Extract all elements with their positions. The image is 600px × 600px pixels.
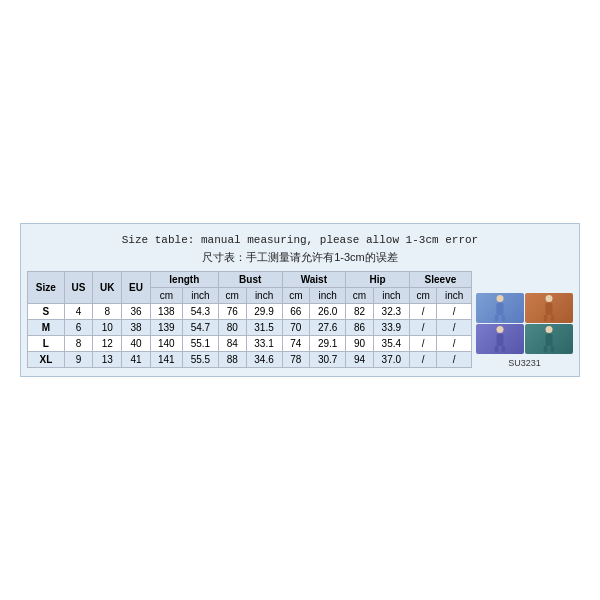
- svg-rect-6: [544, 315, 548, 321]
- table-cell: 41: [122, 352, 150, 368]
- table-cell: 90: [346, 336, 374, 352]
- table-cell: XL: [28, 352, 65, 368]
- svg-rect-2: [495, 315, 499, 321]
- title-english: Size table: manual measuring, please all…: [27, 232, 573, 249]
- table-cell: 54.7: [182, 320, 218, 336]
- table-cell: S: [28, 304, 65, 320]
- svg-rect-9: [497, 334, 504, 346]
- table-cell: /: [437, 320, 472, 336]
- col-waist: Waist: [282, 272, 346, 288]
- table-cell: 40: [122, 336, 150, 352]
- table-cell: 37.0: [373, 352, 409, 368]
- table-cell: 27.6: [310, 320, 346, 336]
- svg-rect-10: [495, 346, 499, 352]
- table-cell: 10: [93, 320, 122, 336]
- table-cell: 74: [282, 336, 310, 352]
- table-cell: /: [437, 336, 472, 352]
- table-cell: L: [28, 336, 65, 352]
- table-cell: 4: [64, 304, 92, 320]
- table-cell: 139: [150, 320, 182, 336]
- table-cell: /: [437, 304, 472, 320]
- table-row: M6103813954.78031.57027.68633.9//: [28, 320, 472, 336]
- figure-svg-purple: [489, 325, 511, 353]
- col-hip: Hip: [346, 272, 410, 288]
- table-cell: /: [409, 304, 437, 320]
- product-code: SU3231: [508, 358, 541, 368]
- table-cell: /: [409, 352, 437, 368]
- table-row: XL9134114155.58834.67830.79437.0//: [28, 352, 472, 368]
- col-uk: UK: [93, 272, 122, 304]
- svg-rect-14: [544, 346, 548, 352]
- size-chart-container: Size table: manual measuring, please all…: [20, 223, 580, 377]
- image-row-2: [476, 324, 573, 354]
- table-cell: 140: [150, 336, 182, 352]
- figure-svg-orange: [538, 294, 560, 322]
- product-image-block: SU3231: [476, 271, 573, 368]
- table-cell: 82: [346, 304, 374, 320]
- sub-bust-inch: inch: [246, 288, 282, 304]
- svg-point-12: [546, 326, 553, 333]
- svg-rect-7: [551, 315, 555, 321]
- svg-point-4: [546, 295, 553, 302]
- figure-orange: [525, 293, 573, 323]
- figure-blue: [476, 293, 524, 323]
- table-cell: 76: [218, 304, 246, 320]
- col-length: length: [150, 272, 218, 288]
- table-cell: 34.6: [246, 352, 282, 368]
- col-size: Size: [28, 272, 65, 304]
- title-block: Size table: manual measuring, please all…: [27, 232, 573, 265]
- svg-point-8: [497, 326, 504, 333]
- col-bust: Bust: [218, 272, 282, 288]
- table-cell: 33.9: [373, 320, 409, 336]
- table-cell: 33.1: [246, 336, 282, 352]
- figure-svg-teal: [538, 325, 560, 353]
- sub-bust-cm: cm: [218, 288, 246, 304]
- table-cell: 35.4: [373, 336, 409, 352]
- size-table: Size US UK EU length Bust Waist Hip Slee…: [27, 271, 472, 368]
- sub-hip-cm: cm: [346, 288, 374, 304]
- svg-rect-13: [546, 334, 553, 346]
- table-cell: 29.9: [246, 304, 282, 320]
- table-cell: 26.0: [310, 304, 346, 320]
- product-images: [476, 293, 573, 354]
- sub-waist-inch: inch: [310, 288, 346, 304]
- svg-point-0: [497, 295, 504, 302]
- table-cell: 6: [64, 320, 92, 336]
- table-cell: 38: [122, 320, 150, 336]
- table-cell: 8: [93, 304, 122, 320]
- svg-rect-1: [497, 303, 504, 315]
- table-cell: 30.7: [310, 352, 346, 368]
- table-cell: 8: [64, 336, 92, 352]
- table-wrapper: Size US UK EU length Bust Waist Hip Slee…: [27, 271, 573, 368]
- table-row: S483613854.37629.96626.08232.3//: [28, 304, 472, 320]
- col-sleeve: Sleeve: [409, 272, 471, 288]
- table-cell: 32.3: [373, 304, 409, 320]
- table-cell: /: [409, 320, 437, 336]
- table-cell: 88: [218, 352, 246, 368]
- sub-sleeve-inch: inch: [437, 288, 472, 304]
- header-row-1: Size US UK EU length Bust Waist Hip Slee…: [28, 272, 472, 288]
- table-cell: 13: [93, 352, 122, 368]
- sub-length-inch: inch: [182, 288, 218, 304]
- table-cell: 55.1: [182, 336, 218, 352]
- title-chinese: 尺寸表：手工测量请允许有1-3cm的误差: [27, 249, 573, 266]
- sub-waist-cm: cm: [282, 288, 310, 304]
- col-eu: EU: [122, 272, 150, 304]
- table-cell: 29.1: [310, 336, 346, 352]
- svg-rect-11: [502, 346, 506, 352]
- image-row-1: [476, 293, 573, 323]
- table-body: S483613854.37629.96626.08232.3//M6103813…: [28, 304, 472, 368]
- table-cell: 80: [218, 320, 246, 336]
- table-cell: 70: [282, 320, 310, 336]
- svg-rect-5: [546, 303, 553, 315]
- table-cell: 12: [93, 336, 122, 352]
- table-cell: 84: [218, 336, 246, 352]
- sub-length-cm: cm: [150, 288, 182, 304]
- table-cell: 94: [346, 352, 374, 368]
- svg-rect-15: [551, 346, 555, 352]
- table-cell: 78: [282, 352, 310, 368]
- figure-purple: [476, 324, 524, 354]
- table-cell: M: [28, 320, 65, 336]
- table-cell: 55.5: [182, 352, 218, 368]
- sub-hip-inch: inch: [373, 288, 409, 304]
